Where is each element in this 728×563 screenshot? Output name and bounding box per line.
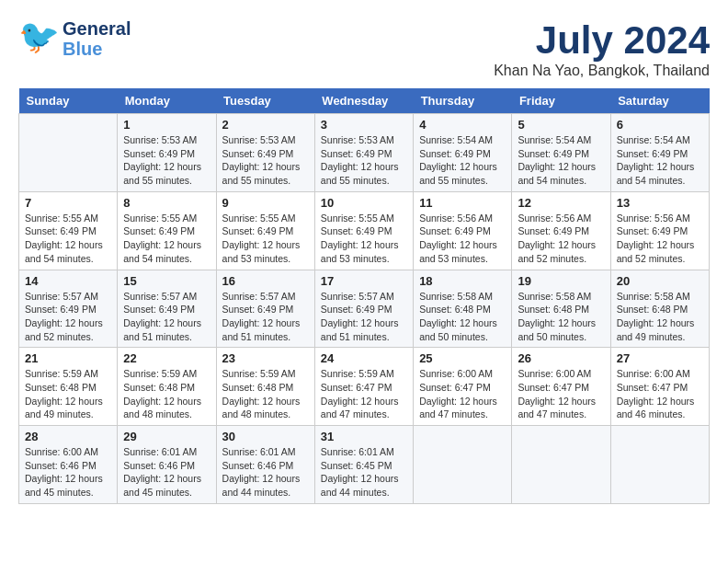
- calendar-week-2: 14Sunrise: 5:57 AM Sunset: 6:49 PM Dayli…: [19, 270, 710, 348]
- day-number: 29: [123, 430, 210, 443]
- calendar-cell: 13Sunrise: 5:56 AM Sunset: 6:49 PM Dayli…: [610, 191, 709, 270]
- svg-text:🐦: 🐦: [18, 18, 59, 56]
- day-number: 23: [222, 351, 309, 365]
- day-number: 27: [617, 351, 703, 365]
- day-number: 4: [419, 118, 506, 132]
- calendar-cell: 8Sunrise: 5:55 AM Sunset: 6:49 PM Daylig…: [118, 191, 216, 270]
- cell-details: Sunrise: 6:01 AM Sunset: 6:46 PM Dayligh…: [222, 445, 309, 500]
- cell-details: Sunrise: 6:00 AM Sunset: 6:46 PM Dayligh…: [25, 445, 111, 500]
- cell-details: Sunrise: 5:56 AM Sunset: 6:49 PM Dayligh…: [419, 212, 506, 266]
- calendar-week-1: 7Sunrise: 5:55 AM Sunset: 6:49 PM Daylig…: [19, 191, 710, 270]
- day-number: 10: [321, 196, 407, 210]
- cell-details: Sunrise: 5:54 AM Sunset: 6:49 PM Dayligh…: [419, 133, 506, 188]
- calendar-cell: 1Sunrise: 5:53 AM Sunset: 6:49 PM Daylig…: [118, 114, 216, 192]
- calendar-cell: 11Sunrise: 5:56 AM Sunset: 6:49 PM Dayli…: [414, 191, 512, 270]
- calendar-cell: 14Sunrise: 5:57 AM Sunset: 6:49 PM Dayli…: [19, 270, 118, 348]
- cell-details: Sunrise: 5:55 AM Sunset: 6:49 PM Dayligh…: [123, 212, 210, 266]
- day-number: 28: [25, 430, 111, 443]
- day-number: 25: [419, 351, 506, 365]
- header-tuesday: Tuesday: [216, 88, 314, 114]
- cell-details: Sunrise: 5:57 AM Sunset: 6:49 PM Dayligh…: [222, 290, 309, 344]
- day-number: 20: [617, 274, 703, 288]
- day-number: 5: [518, 118, 604, 132]
- day-number: 13: [617, 196, 703, 210]
- cell-details: Sunrise: 6:01 AM Sunset: 6:45 PM Dayligh…: [321, 445, 407, 500]
- day-number: 17: [321, 274, 407, 288]
- logo-blue: Blue: [63, 39, 102, 59]
- calendar-cell: 21Sunrise: 5:59 AM Sunset: 6:48 PM Dayli…: [19, 348, 118, 426]
- calendar-cell: 23Sunrise: 5:59 AM Sunset: 6:48 PM Dayli…: [216, 348, 314, 426]
- calendar-cell: 31Sunrise: 6:01 AM Sunset: 6:45 PM Dayli…: [314, 426, 413, 504]
- calendar-cell: 24Sunrise: 5:59 AM Sunset: 6:47 PM Dayli…: [314, 348, 413, 426]
- day-number: 1: [123, 118, 210, 132]
- cell-details: Sunrise: 5:53 AM Sunset: 6:49 PM Dayligh…: [321, 133, 407, 188]
- calendar-week-3: 21Sunrise: 5:59 AM Sunset: 6:48 PM Dayli…: [19, 348, 710, 426]
- logo-bird-icon: 🐦: [18, 18, 59, 59]
- cell-details: Sunrise: 5:59 AM Sunset: 6:47 PM Dayligh…: [321, 367, 407, 421]
- logo-general: General: [63, 18, 131, 39]
- day-number: 21: [25, 351, 111, 365]
- calendar-cell: 2Sunrise: 5:53 AM Sunset: 6:49 PM Daylig…: [216, 114, 314, 192]
- calendar-cell: 18Sunrise: 5:58 AM Sunset: 6:48 PM Dayli…: [414, 270, 512, 348]
- cell-details: Sunrise: 5:54 AM Sunset: 6:49 PM Dayligh…: [617, 133, 703, 188]
- calendar-cell: 6Sunrise: 5:54 AM Sunset: 6:49 PM Daylig…: [610, 114, 709, 192]
- calendar-cell: 27Sunrise: 6:00 AM Sunset: 6:47 PM Dayli…: [610, 348, 709, 426]
- day-number: 22: [123, 351, 210, 365]
- day-number: 16: [222, 274, 309, 288]
- calendar-cell: [414, 426, 512, 504]
- subtitle: Khan Na Yao, Bangkok, Thailand: [494, 63, 710, 79]
- calendar-cell: 7Sunrise: 5:55 AM Sunset: 6:49 PM Daylig…: [19, 191, 118, 270]
- calendar-cell: [610, 426, 709, 504]
- cell-details: Sunrise: 5:57 AM Sunset: 6:49 PM Dayligh…: [25, 290, 111, 344]
- day-number: 2: [222, 118, 309, 132]
- calendar-week-0: 1Sunrise: 5:53 AM Sunset: 6:49 PM Daylig…: [19, 114, 710, 192]
- title-area: July 2024 Khan Na Yao, Bangkok, Thailand: [494, 18, 710, 79]
- calendar-cell: 16Sunrise: 5:57 AM Sunset: 6:49 PM Dayli…: [216, 270, 314, 348]
- cell-details: Sunrise: 5:56 AM Sunset: 6:49 PM Dayligh…: [617, 212, 703, 266]
- header-thursday: Thursday: [414, 88, 512, 114]
- cell-details: Sunrise: 5:53 AM Sunset: 6:49 PM Dayligh…: [123, 133, 210, 188]
- calendar-cell: 12Sunrise: 5:56 AM Sunset: 6:49 PM Dayli…: [512, 191, 610, 270]
- logo: 🐦 General Blue: [18, 18, 131, 59]
- day-number: 3: [321, 118, 407, 132]
- calendar-cell: 26Sunrise: 6:00 AM Sunset: 6:47 PM Dayli…: [512, 348, 610, 426]
- header: 🐦 General Blue July 2024 Khan Na Yao, Ba…: [18, 18, 710, 79]
- day-number: 14: [25, 274, 111, 288]
- calendar-cell: 29Sunrise: 6:01 AM Sunset: 6:46 PM Dayli…: [118, 426, 216, 504]
- header-friday: Friday: [512, 88, 610, 114]
- calendar-week-4: 28Sunrise: 6:00 AM Sunset: 6:46 PM Dayli…: [19, 426, 710, 504]
- cell-details: Sunrise: 5:55 AM Sunset: 6:49 PM Dayligh…: [222, 212, 309, 266]
- main-title: July 2024: [494, 18, 710, 63]
- cell-details: Sunrise: 5:53 AM Sunset: 6:49 PM Dayligh…: [222, 133, 309, 188]
- calendar-cell: 25Sunrise: 6:00 AM Sunset: 6:47 PM Dayli…: [414, 348, 512, 426]
- day-number: 24: [321, 351, 407, 365]
- header-row: SundayMondayTuesdayWednesdayThursdayFrid…: [19, 88, 710, 114]
- header-wednesday: Wednesday: [314, 88, 413, 114]
- cell-details: Sunrise: 6:00 AM Sunset: 6:47 PM Dayligh…: [518, 367, 604, 421]
- calendar-cell: 9Sunrise: 5:55 AM Sunset: 6:49 PM Daylig…: [216, 191, 314, 270]
- calendar-cell: 28Sunrise: 6:00 AM Sunset: 6:46 PM Dayli…: [19, 426, 118, 504]
- day-number: 19: [518, 274, 604, 288]
- calendar-cell: 22Sunrise: 5:59 AM Sunset: 6:48 PM Dayli…: [118, 348, 216, 426]
- cell-details: Sunrise: 5:58 AM Sunset: 6:48 PM Dayligh…: [518, 290, 604, 344]
- cell-details: Sunrise: 5:57 AM Sunset: 6:49 PM Dayligh…: [123, 290, 210, 344]
- calendar-cell: 3Sunrise: 5:53 AM Sunset: 6:49 PM Daylig…: [314, 114, 413, 192]
- calendar-cell: 5Sunrise: 5:54 AM Sunset: 6:49 PM Daylig…: [512, 114, 610, 192]
- header-saturday: Saturday: [610, 88, 709, 114]
- cell-details: Sunrise: 5:59 AM Sunset: 6:48 PM Dayligh…: [25, 367, 111, 421]
- cell-details: Sunrise: 6:01 AM Sunset: 6:46 PM Dayligh…: [123, 445, 210, 500]
- calendar-cell: 15Sunrise: 5:57 AM Sunset: 6:49 PM Dayli…: [118, 270, 216, 348]
- calendar-cell: 4Sunrise: 5:54 AM Sunset: 6:49 PM Daylig…: [414, 114, 512, 192]
- day-number: 8: [123, 196, 210, 210]
- cell-details: Sunrise: 5:58 AM Sunset: 6:48 PM Dayligh…: [419, 290, 506, 344]
- day-number: 31: [321, 430, 407, 443]
- day-number: 30: [222, 430, 309, 443]
- calendar-cell: 10Sunrise: 5:55 AM Sunset: 6:49 PM Dayli…: [314, 191, 413, 270]
- day-number: 11: [419, 196, 506, 210]
- cell-details: Sunrise: 6:00 AM Sunset: 6:47 PM Dayligh…: [617, 367, 703, 421]
- calendar-cell: [19, 114, 118, 192]
- header-sunday: Sunday: [19, 88, 118, 114]
- calendar-table: SundayMondayTuesdayWednesdayThursdayFrid…: [18, 88, 710, 504]
- cell-details: Sunrise: 5:57 AM Sunset: 6:49 PM Dayligh…: [321, 290, 407, 344]
- cell-details: Sunrise: 5:59 AM Sunset: 6:48 PM Dayligh…: [222, 367, 309, 421]
